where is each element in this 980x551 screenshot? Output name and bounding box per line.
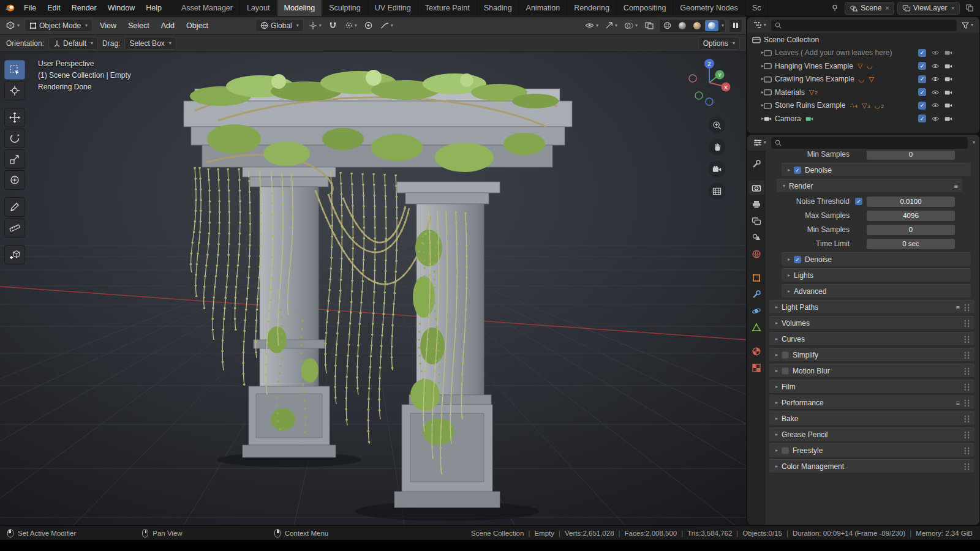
gizmo-negative-x[interactable] <box>689 75 696 82</box>
collection-checkbox[interactable]: ✓ <box>918 88 926 96</box>
outliner-search-input[interactable] <box>771 20 957 31</box>
tab-render-properties[interactable] <box>748 181 764 195</box>
panel-curves[interactable]: ▸ Curves <box>769 332 974 346</box>
min-samples-field[interactable]: 0 <box>867 225 955 235</box>
menu-add[interactable]: Add <box>157 21 179 30</box>
panel-performance[interactable]: ▸ Performance ≡ <box>769 395 974 410</box>
pan-button[interactable] <box>709 139 725 156</box>
panel-render-sampling[interactable]: ▾ Render ≡ <box>777 179 962 193</box>
properties-search-input[interactable] <box>771 137 968 149</box>
editor-type-selector[interactable]: ▾ <box>4 19 21 32</box>
ortho-toggle-button[interactable] <box>709 183 725 200</box>
tab-asset-manager[interactable]: Asset Manager <box>175 0 240 16</box>
new-viewlayer-icon[interactable] <box>963 1 976 15</box>
shading-solid-button[interactable] <box>676 20 689 31</box>
outliner-editor-selector[interactable]: ▾ <box>752 18 768 32</box>
show-visibility-dropdown[interactable]: ▾ <box>583 19 600 32</box>
xray-toggle[interactable] <box>643 19 656 32</box>
panel-grip-icon[interactable] <box>963 367 970 375</box>
gizmo-z-axis[interactable]: Z <box>707 61 711 67</box>
panel-grip-icon[interactable] <box>963 446 970 454</box>
zoom-button[interactable] <box>709 117 725 133</box>
noise-threshold-checkbox[interactable]: ✓ <box>855 198 862 205</box>
tab-scene-properties[interactable] <box>748 230 764 244</box>
tab-texture-paint[interactable]: Texture Paint <box>418 0 477 16</box>
gizmo-negative-z[interactable] <box>706 98 713 105</box>
panel-color-management[interactable]: ▸ Color Management <box>769 459 974 473</box>
panel-simplify[interactable]: ▸ Simplify <box>769 348 974 362</box>
disable-render-camera-icon[interactable] <box>944 102 952 108</box>
properties-editor-selector[interactable]: ▾ <box>752 136 768 149</box>
panel-motion-blur[interactable]: ▸ Motion Blur <box>769 364 974 378</box>
panel-grip-icon[interactable] <box>963 414 970 422</box>
menu-help[interactable]: Help <box>140 0 167 16</box>
panel-freestyle[interactable]: ▸ Freestyle <box>769 443 974 457</box>
menu-render[interactable]: Render <box>66 0 102 16</box>
tab-rendering[interactable]: Rendering <box>567 0 617 16</box>
navigation-gizmo[interactable]: Z Y X <box>686 56 733 107</box>
panel-grip-icon[interactable] <box>963 399 970 407</box>
tool-select-box[interactable] <box>4 60 25 80</box>
hide-eye-icon[interactable] <box>931 50 940 56</box>
menu-window[interactable]: Window <box>102 0 140 16</box>
disable-render-camera-icon[interactable] <box>944 63 952 69</box>
tab-animation[interactable]: Animation <box>519 0 568 16</box>
tab-material-properties[interactable] <box>748 344 764 358</box>
tab-physics-properties[interactable] <box>748 304 764 318</box>
motion-blur-checkbox[interactable] <box>782 367 789 375</box>
hide-eye-icon[interactable] <box>931 116 940 122</box>
snap-toggle[interactable] <box>326 19 340 32</box>
disable-render-camera-icon[interactable] <box>944 76 952 82</box>
orientation-dropdown[interactable]: Default ▾ <box>48 37 98 50</box>
panel-film[interactable]: ▸ Film <box>769 380 974 394</box>
denoise-checkbox[interactable]: ✓ <box>794 256 801 263</box>
disable-render-camera-icon[interactable] <box>944 89 952 96</box>
3d-scene-render[interactable] <box>0 52 746 525</box>
panel-grease-pencil[interactable]: ▸ Grease Pencil <box>769 427 974 441</box>
viewport-3d[interactable]: User Perspective (1) Scene Collection | … <box>0 52 746 525</box>
tab-geometry-nodes[interactable]: Geometry Nodes <box>673 0 745 16</box>
tab-scripting-partial[interactable]: Sc <box>745 0 769 16</box>
max-samples-field[interactable]: 4096 <box>867 211 955 221</box>
outliner-row-camera[interactable]: ▸ Camera ✓ <box>747 112 979 126</box>
menu-view[interactable]: View <box>96 21 121 30</box>
outliner-row-stone-ruins[interactable]: ▸ Stone Ruins Example ∴4 ▽3 ◡2 ✓ <box>747 99 979 113</box>
panel-grip-icon[interactable] <box>963 335 970 343</box>
render-pause-button[interactable] <box>729 19 742 32</box>
tool-move[interactable] <box>4 108 25 127</box>
collection-checkbox[interactable]: ✓ <box>918 62 926 70</box>
outliner-row-crawling-vines[interactable]: ▸ Crawling Vines Example ◡ ▽ ✓ <box>747 73 979 86</box>
hide-eye-icon[interactable] <box>931 102 940 108</box>
panel-light-paths[interactable]: ▸ Light Paths ≡ <box>769 300 974 314</box>
snap-target-selector[interactable]: ▾ <box>343 19 359 32</box>
panel-grip-icon[interactable] <box>963 462 970 470</box>
panel-grip-icon[interactable] <box>963 351 970 359</box>
overlays-dropdown[interactable]: ▾ <box>622 19 639 32</box>
menu-edit[interactable]: Edit <box>42 0 66 16</box>
panel-grip-icon[interactable] <box>963 303 970 311</box>
hide-eye-icon[interactable] <box>931 89 940 96</box>
collection-checkbox[interactable]: ✓ <box>918 75 926 83</box>
denoise-checkbox[interactable]: ✓ <box>794 167 801 174</box>
panel-volumes[interactable]: ▸ Volumes <box>769 316 974 330</box>
proportional-editing-toggle[interactable] <box>362 19 375 32</box>
tab-output-properties[interactable] <box>748 197 764 211</box>
gizmo-y-axis[interactable]: Y <box>718 72 722 78</box>
transform-orientation-selector[interactable]: Global ▾ <box>255 19 304 32</box>
tool-cursor[interactable] <box>4 81 25 100</box>
tab-uv-editing[interactable]: UV Editing <box>368 0 418 16</box>
tab-data-properties[interactable] <box>748 320 764 334</box>
gizmo-x-axis[interactable]: X <box>724 84 728 91</box>
tab-shading[interactable]: Shading <box>477 0 519 16</box>
outliner-row-materials[interactable]: ▸ Materials ▽2 ✓ <box>747 86 979 99</box>
menu-select[interactable]: Select <box>124 21 154 30</box>
panel-menu-icon[interactable]: ≡ <box>954 182 958 190</box>
tab-texture-properties[interactable] <box>748 361 764 375</box>
tab-tool-properties[interactable] <box>748 157 764 171</box>
tab-compositing[interactable]: Compositing <box>617 0 673 16</box>
panel-grip-icon[interactable] <box>963 383 970 391</box>
menu-object[interactable]: Object <box>182 21 213 30</box>
pin-scene-icon[interactable] <box>828 1 842 15</box>
tool-add-cube[interactable] <box>4 245 25 264</box>
scene-selector[interactable]: Scene × <box>845 2 894 15</box>
